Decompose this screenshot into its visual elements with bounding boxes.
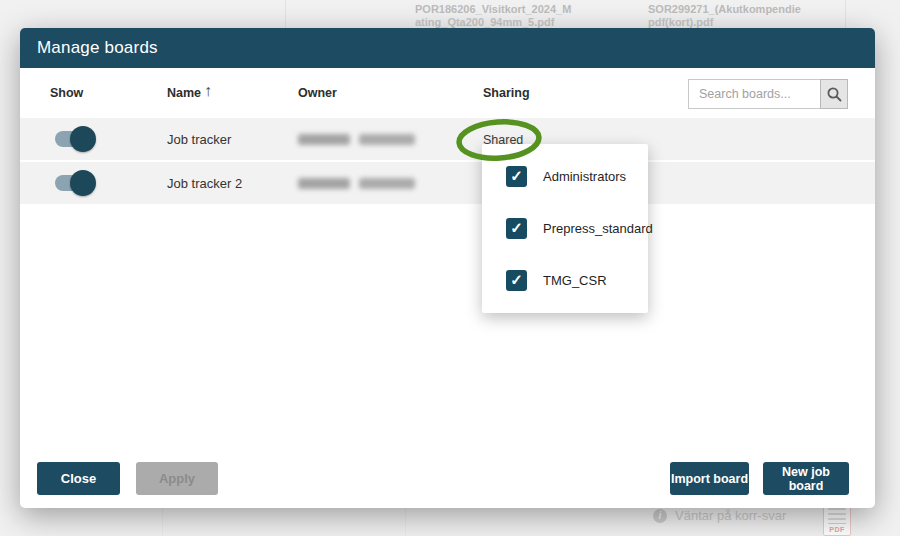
- board-search: [688, 79, 848, 109]
- sharing-option-administrators[interactable]: ✓ Administrators: [482, 150, 648, 202]
- sharing-dropdown: ✓ Administrators ✓ Prepress_standard ✓ T…: [482, 144, 648, 313]
- board-owner-redacted: [298, 178, 415, 189]
- search-button[interactable]: [820, 79, 848, 109]
- board-row-job-tracker-2: Job tracker 2: [20, 162, 875, 204]
- boards-list: Job tracker Shared Job tracker 2: [20, 118, 875, 206]
- checkbox-checked-icon[interactable]: ✓: [506, 166, 527, 187]
- search-input[interactable]: [688, 79, 820, 109]
- sort-ascending-icon[interactable]: ↑: [204, 82, 212, 100]
- dialog-header: Manage boards: [20, 28, 875, 68]
- sharing-option-label: TMG_CSR: [543, 273, 607, 288]
- bg-column-divider: [845, 0, 846, 28]
- sharing-option-prepress-standard[interactable]: ✓ Prepress_standard: [482, 202, 648, 254]
- bg-column-divider: [285, 0, 286, 28]
- column-header-sharing: Sharing: [483, 86, 530, 100]
- board-row-job-tracker: Job tracker Shared: [20, 118, 875, 160]
- bg-status-text: Väntar på korr-svar: [675, 508, 786, 523]
- bg-job-card-title: POR186206_Visitkort_2024_M: [415, 3, 571, 16]
- column-header-name[interactable]: Name: [167, 86, 201, 100]
- sharing-option-tmg-csr[interactable]: ✓ TMG_CSR: [482, 254, 648, 306]
- boards-table-header: Show Name ↑ Owner Sharing: [20, 68, 875, 118]
- show-toggle[interactable]: [55, 170, 97, 196]
- bg-column-divider: [405, 508, 406, 536]
- pdf-label: PDF: [828, 523, 846, 533]
- new-job-board-button[interactable]: New job board: [763, 462, 849, 495]
- bg-job-card: POR186206_Visitkort_2024_M ating_Qta200_…: [415, 3, 571, 29]
- bg-status: i Väntar på korr-svar: [653, 508, 786, 523]
- info-icon: i: [653, 509, 667, 523]
- dialog-title: Manage boards: [37, 38, 158, 58]
- close-button[interactable]: Close: [37, 462, 120, 495]
- column-header-show: Show: [50, 86, 83, 100]
- search-icon: [826, 86, 843, 103]
- checkbox-checked-icon[interactable]: ✓: [506, 270, 527, 291]
- apply-button[interactable]: Apply: [136, 462, 218, 495]
- board-name: Job tracker 2: [167, 176, 242, 191]
- column-header-owner: Owner: [298, 86, 337, 100]
- sharing-option-label: Administrators: [543, 169, 626, 184]
- manage-boards-dialog: Manage boards Show Name ↑ Owner Sharing …: [20, 28, 875, 508]
- bg-job-card: SOR299271_(Akutkompendie pdf(kort).pdf: [648, 3, 801, 29]
- bg-job-card-title: SOR299271_(Akutkompendie: [648, 3, 801, 16]
- checkbox-checked-icon[interactable]: ✓: [506, 218, 527, 239]
- board-owner-redacted: [298, 134, 415, 145]
- import-board-button[interactable]: Import board: [670, 462, 749, 495]
- board-name: Job tracker: [167, 132, 231, 147]
- bg-column-divider: [162, 508, 163, 536]
- sharing-option-label: Prepress_standard: [543, 221, 653, 236]
- show-toggle[interactable]: [55, 126, 97, 152]
